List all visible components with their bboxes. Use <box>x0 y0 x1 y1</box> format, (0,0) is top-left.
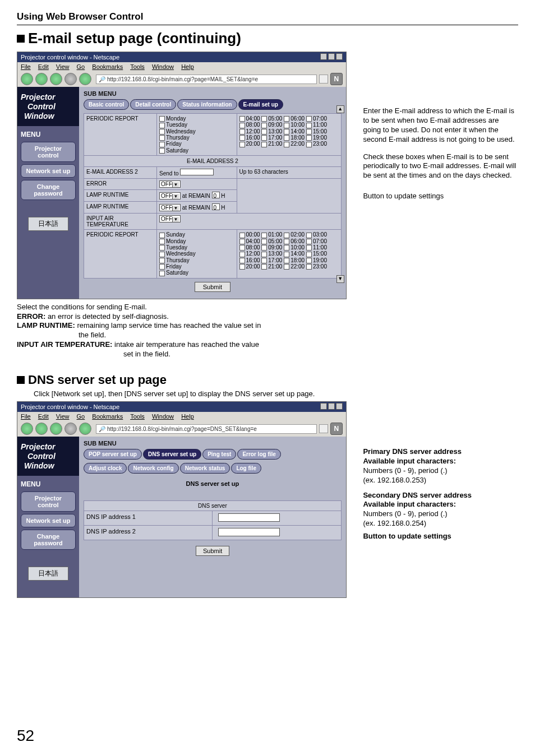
check-time[interactable] <box>306 264 312 270</box>
reload-button[interactable] <box>50 423 62 435</box>
check-saturday[interactable] <box>159 148 165 154</box>
scroll-up-icon[interactable]: ▲ <box>336 105 344 113</box>
input-sendto[interactable] <box>180 169 214 175</box>
check-time[interactable] <box>239 239 245 244</box>
check-time[interactable] <box>239 258 245 263</box>
check-tuesday[interactable] <box>159 123 165 128</box>
check-friday[interactable] <box>159 142 165 147</box>
check-time[interactable] <box>239 142 245 147</box>
address-bar[interactable]: 🔎http://192.168.0.8/cgi-bin/main.cgi?pag… <box>96 75 317 84</box>
netscape-icon[interactable]: N <box>330 423 343 435</box>
check-time[interactable] <box>284 142 289 147</box>
check-time[interactable] <box>239 233 245 238</box>
check-time[interactable] <box>284 129 289 134</box>
tab-log-file[interactable]: Log file <box>231 463 261 474</box>
select-lamp2[interactable]: OFF▼ <box>159 204 181 211</box>
reload-button[interactable] <box>50 73 62 85</box>
tab-basic-control[interactable]: Basic control <box>84 99 129 110</box>
sidebar-item-projector-control[interactable]: Projector control <box>21 142 76 162</box>
input-dns-ip1[interactable] <box>218 513 280 522</box>
input-dns-ip2[interactable] <box>218 528 280 536</box>
menu-bookmarks[interactable]: Bookmarks <box>92 63 123 70</box>
tab-status-info[interactable]: Status information <box>177 99 237 110</box>
check-time[interactable] <box>261 258 267 263</box>
stop-button[interactable] <box>64 423 77 435</box>
check-time[interactable] <box>284 123 289 128</box>
tab-ping-test[interactable]: Ping test <box>202 449 236 460</box>
check-time[interactable] <box>306 252 312 257</box>
tab-network-config[interactable]: Network config <box>128 463 178 474</box>
check-thursday[interactable] <box>159 258 165 263</box>
forward-button[interactable] <box>35 73 48 85</box>
check-time[interactable] <box>284 239 289 244</box>
menu-window[interactable]: Window <box>152 63 174 70</box>
address-bar[interactable]: 🔎http://192.168.0.8/cgi-bin/main.cgi?pag… <box>96 424 317 434</box>
check-time[interactable] <box>284 245 289 251</box>
check-time[interactable] <box>261 116 267 122</box>
menu-window[interactable]: Window <box>152 413 174 420</box>
check-time[interactable] <box>306 123 312 128</box>
check-time[interactable] <box>261 135 267 141</box>
sidebar-item-network-setup[interactable]: Network set up <box>21 164 76 178</box>
url-dropdown[interactable] <box>319 424 328 433</box>
tab-dns-server[interactable]: DNS server set up <box>143 449 201 460</box>
check-time[interactable] <box>306 116 312 122</box>
check-time[interactable] <box>284 258 289 263</box>
back-button[interactable] <box>21 73 33 85</box>
netscape-icon[interactable]: N <box>330 73 343 85</box>
tab-pop-server[interactable]: POP server set up <box>84 449 142 460</box>
menu-view[interactable]: View <box>56 413 70 420</box>
check-time[interactable] <box>261 129 267 134</box>
check-time[interactable] <box>306 142 312 147</box>
check-thursday[interactable] <box>159 135 165 141</box>
check-time[interactable] <box>284 233 289 238</box>
check-wednesday[interactable] <box>159 129 165 134</box>
window-controls[interactable] <box>319 53 343 61</box>
tab-error-log[interactable]: Error log file <box>237 449 280 460</box>
input-remain1[interactable]: 0 <box>212 192 220 198</box>
check-time[interactable] <box>239 123 245 128</box>
forward-button[interactable] <box>35 423 48 435</box>
check-time[interactable] <box>261 123 267 128</box>
sidebar-item-change-password[interactable]: Change password <box>21 180 76 200</box>
sidebar-item-change-password[interactable]: Change password <box>21 530 76 550</box>
check-time[interactable] <box>306 258 312 263</box>
check-time[interactable] <box>261 252 267 257</box>
check-time[interactable] <box>239 135 245 141</box>
menu-help[interactable]: Help <box>181 413 194 420</box>
select-error[interactable]: OFF▼ <box>159 180 181 188</box>
back-button[interactable] <box>21 423 33 435</box>
dns-submit-button[interactable]: Submit <box>196 546 229 556</box>
menu-view[interactable]: View <box>56 63 70 70</box>
stop-button[interactable] <box>64 73 77 85</box>
menubar[interactable]: File Edit View Go Bookmarks Tools Window… <box>17 62 346 71</box>
menu-tools[interactable]: Tools <box>130 413 145 420</box>
check-time[interactable] <box>261 142 267 147</box>
sidebar-item-projector-control[interactable]: Projector control <box>21 491 76 512</box>
menu-bookmarks[interactable]: Bookmarks <box>92 413 123 420</box>
check-time[interactable] <box>239 129 245 134</box>
home-button[interactable] <box>79 73 91 85</box>
check-saturday[interactable] <box>159 271 165 276</box>
sidebar-item-network-setup[interactable]: Network set up <box>21 514 76 527</box>
check-time[interactable] <box>284 264 289 270</box>
japanese-button[interactable]: 日本語 <box>28 567 68 581</box>
menu-edit[interactable]: Edit <box>38 63 49 70</box>
scroll-down-icon[interactable]: ▼ <box>336 275 344 283</box>
check-time[interactable] <box>261 245 267 251</box>
check-time[interactable] <box>306 129 312 134</box>
menu-tools[interactable]: Tools <box>130 63 145 70</box>
check-time[interactable] <box>306 245 312 251</box>
check-time[interactable] <box>261 264 267 270</box>
check-time[interactable] <box>261 239 267 244</box>
menu-file[interactable]: File <box>21 413 31 420</box>
check-time[interactable] <box>306 239 312 244</box>
menu-edit[interactable]: Edit <box>38 413 49 420</box>
home-button[interactable] <box>79 423 91 435</box>
url-dropdown[interactable] <box>319 75 328 84</box>
check-time[interactable] <box>261 233 267 238</box>
check-monday[interactable] <box>159 239 165 244</box>
menubar[interactable]: File Edit View Go Bookmarks Tools Window… <box>17 412 346 421</box>
check-time[interactable] <box>239 252 245 257</box>
tab-email-setup[interactable]: E-mail set up <box>238 99 283 110</box>
